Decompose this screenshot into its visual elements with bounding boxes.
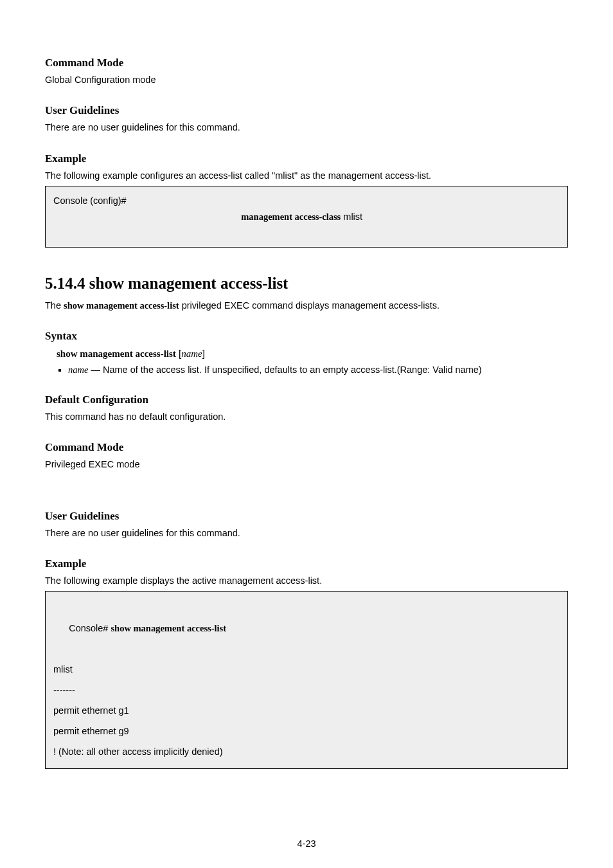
command-mode-heading-a: Command Mode (45, 57, 568, 69)
param-desc-b: — Name of the access list. If unspecifie… (88, 365, 481, 375)
param-item-b: name — Name of the access list. If unspe… (68, 365, 568, 375)
example-text-a: The following example configures an acce… (45, 169, 568, 182)
syntax-bracket-close: ] (202, 348, 205, 359)
command-mode-text-a: Global Configuration mode (45, 73, 568, 86)
out-line-1: mlist (53, 660, 560, 680)
out-prompt: Console# (69, 623, 111, 633)
section-desc-b: The show management access-list privileg… (45, 299, 568, 312)
page: Command Mode Global Configuration mode U… (0, 0, 613, 868)
example-heading-b: Example (45, 557, 568, 570)
out-line-2: ------- (53, 680, 560, 701)
default-config-heading-b: Default Configuration (45, 393, 568, 406)
page-number: 4-23 (0, 838, 613, 849)
desc-suffix-b: privileged EXEC command displays managem… (179, 300, 440, 311)
out-line-4: permit ethernet g9 (53, 721, 560, 742)
syntax-param-b: name (181, 348, 202, 359)
out-line-3: permit ethernet g1 (53, 701, 560, 721)
user-guidelines-heading-a: User Guidelines (45, 104, 568, 117)
out-line-prompt: Console# show management access-list (53, 598, 560, 660)
out-line-5: ! (Note: all other access implicitly den… (53, 742, 560, 763)
default-config-text-b: This command has no default configuratio… (45, 410, 568, 423)
desc-keyword-b: show management access-list (64, 300, 179, 311)
user-guidelines-text-a: There are no user guidelines for this co… (45, 121, 568, 134)
command-mode-heading-b: Command Mode (45, 441, 568, 454)
code-box-b: Console# show management access-list mli… (45, 591, 568, 769)
syntax-heading-b: Syntax (45, 330, 568, 343)
spacer (45, 475, 568, 492)
param-name-b: name (68, 365, 88, 375)
code-arg-a: mlist (341, 212, 362, 222)
user-guidelines-text-b: There are no user guidelines for this co… (45, 527, 568, 539)
syntax-keyword-b: show management access-list (57, 348, 176, 359)
code-line-a: Console (config)# management access-clas… (53, 193, 560, 240)
param-list-b: name — Name of the access list. If unspe… (68, 365, 568, 375)
out-keyword: show management access-list (111, 623, 226, 633)
code-box-a: Console (config)# management access-clas… (45, 186, 568, 248)
code-prompt-a: Console (config)# (53, 193, 220, 240)
command-mode-text-b: Privileged EXEC mode (45, 458, 568, 471)
code-keyword-a: management access-class (241, 212, 341, 222)
syntax-line-b: show management access-list [name] (45, 348, 568, 359)
user-guidelines-heading-b: User Guidelines (45, 510, 568, 523)
section-title-b: 5.14.4 show management access-list (45, 275, 568, 293)
example-heading-a: Example (45, 152, 568, 165)
desc-prefix-b: The (45, 300, 64, 311)
syntax-bracket-open: [ (176, 348, 181, 359)
example-text-b: The following example displays the activ… (45, 574, 568, 587)
